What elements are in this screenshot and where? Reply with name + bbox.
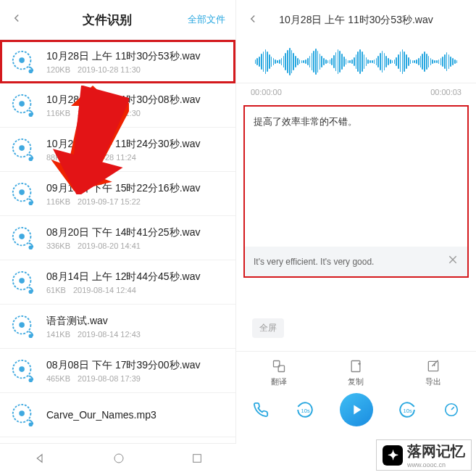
- audio-icon: [10, 358, 36, 384]
- file-name: 09月17日 下午 15时22分16秒.wav: [46, 182, 225, 195]
- file-size: 141KB: [46, 330, 70, 339]
- file-name: Carve_Our_Names.mp3: [46, 409, 225, 421]
- phone-button[interactable]: [251, 400, 271, 420]
- file-name: 08月14日 上午 12时44分45秒.wav: [46, 270, 225, 284]
- detail-title: 10月28日 上午 11时30分53秒.wav: [262, 14, 466, 27]
- svg-point-5: [29, 112, 33, 117]
- file-row[interactable]: 08月20日 下午 14时41分25秒.wav336KB2019-08-20 1…: [0, 216, 235, 260]
- export-icon: [426, 359, 440, 373]
- time-end: 00:00:03: [430, 88, 462, 96]
- transcription-box: 提高了效率非常的不错。 It's very efficient. It's ve…: [243, 105, 469, 278]
- svg-point-25: [19, 410, 25, 416]
- file-name: 10月28日 上午 11时30分53秒.wav: [46, 50, 225, 63]
- file-row[interactable]: 10月28日 上午 11时30分08秒.wav116KB2019-10-28 1…: [0, 83, 235, 128]
- play-button[interactable]: [340, 393, 373, 426]
- svg-point-10: [19, 189, 25, 195]
- file-row[interactable]: 09月17日 下午 15时22分16秒.wav116KB2019-09-17 1…: [0, 172, 235, 216]
- back-button[interactable]: [246, 12, 262, 28]
- svg-point-19: [19, 322, 25, 328]
- file-list: 10月28日 上午 11时30分53秒.wav 120KB2019-10-28 …: [0, 40, 235, 475]
- svg-rect-34: [352, 361, 361, 372]
- file-row[interactable]: 08月08日 下午 17时39分00秒.wav465KB2019-08-08 1…: [0, 349, 235, 393]
- svg-point-20: [29, 334, 33, 338]
- watermark-url: www.oooc.cn: [407, 461, 465, 468]
- nav-home-button[interactable]: [113, 453, 125, 467]
- file-time: 2019-08-08 17:39: [78, 374, 141, 383]
- svg-point-7: [19, 145, 25, 151]
- file-time: 2019-08-14 12:44: [73, 286, 136, 294]
- translate-button[interactable]: 翻译: [250, 359, 308, 387]
- audio-icon: [10, 313, 36, 339]
- action-label: 导出: [425, 376, 441, 387]
- time-start: 00:00:00: [251, 88, 282, 96]
- chevron-left-icon: [10, 12, 23, 25]
- file-name: 10月28日 上午 11时30分08秒.wav: [46, 94, 225, 107]
- file-name: 08月08日 下午 17时39分00秒.wav: [46, 359, 225, 372]
- svg-point-26: [29, 422, 33, 426]
- square-icon: [191, 453, 203, 464]
- file-name: 语音测试.wav: [46, 315, 225, 328]
- audio-icon: [10, 181, 36, 207]
- file-size: 120KB: [46, 65, 70, 74]
- waveform[interactable]: [236, 40, 476, 83]
- file-row[interactable]: 10月28日 上午 11时24分30秒.wav88KB2019-10-28 11…: [0, 128, 235, 172]
- file-row[interactable]: 语音测试.wav141KB2019-08-14 12:43: [0, 305, 235, 349]
- nav-back-button[interactable]: [33, 452, 46, 468]
- file-time: 2019-10-28 11:30: [78, 65, 141, 74]
- svg-point-14: [29, 245, 33, 249]
- file-time: 2019-10-28 11:24: [73, 153, 136, 162]
- translate-icon: [272, 359, 286, 373]
- export-button[interactable]: 导出: [404, 359, 462, 387]
- svg-marker-27: [37, 454, 42, 462]
- svg-point-13: [19, 234, 25, 239]
- watermark: ✦ 落网记忆 www.oooc.cn: [376, 439, 472, 471]
- svg-line-38: [434, 360, 438, 364]
- watermark-logo-icon: ✦: [383, 445, 403, 466]
- audio-icon: [10, 49, 36, 75]
- svg-point-16: [19, 278, 25, 284]
- audio-icon: [10, 92, 36, 118]
- original-text[interactable]: 提高了效率非常的不错。: [245, 107, 467, 247]
- close-translation-button[interactable]: [447, 254, 459, 269]
- file-row[interactable]: 10月28日 上午 11时30分53秒.wav 120KB2019-10-28 …: [0, 40, 235, 83]
- svg-text:10s: 10s: [403, 408, 412, 414]
- audio-icon: [10, 402, 36, 428]
- svg-point-23: [29, 378, 33, 382]
- close-icon: [447, 254, 459, 265]
- svg-point-11: [29, 201, 33, 205]
- file-time: 2019-09-17 15:22: [78, 197, 141, 206]
- file-name: 10月28日 上午 11时24分30秒.wav: [46, 138, 225, 151]
- svg-point-17: [29, 289, 33, 294]
- audio-icon: [10, 269, 36, 295]
- page-title: 文件识别: [83, 12, 132, 28]
- file-row[interactable]: 08月14日 上午 12时44分45秒.wav61KB2019-08-14 12…: [0, 260, 235, 305]
- file-size: 116KB: [46, 109, 70, 117]
- rewind-icon: 10s: [296, 400, 314, 419]
- circle-icon: [113, 453, 125, 464]
- file-name: 08月20日 下午 14时41分25秒.wav: [46, 226, 225, 239]
- svg-point-2: [29, 69, 33, 73]
- file-size: 336KB: [46, 241, 70, 250]
- svg-point-1: [19, 57, 25, 63]
- forward-10s-button[interactable]: 10s: [397, 400, 417, 420]
- copy-button[interactable]: 复制: [327, 359, 385, 387]
- rewind-10s-button[interactable]: 10s: [295, 400, 315, 420]
- file-size: 61KB: [46, 286, 66, 294]
- fullscreen-button[interactable]: 全屏: [252, 318, 284, 338]
- file-time: 2019-08-20 14:41: [78, 241, 141, 250]
- back-button[interactable]: [10, 12, 26, 28]
- file-size: 88KB: [46, 153, 66, 162]
- svg-point-8: [29, 157, 33, 161]
- svg-point-22: [19, 366, 25, 372]
- svg-rect-29: [193, 454, 201, 462]
- speed-button[interactable]: [441, 400, 462, 420]
- file-size: 116KB: [46, 197, 70, 206]
- triangle-left-icon: [33, 452, 46, 465]
- chevron-left-icon: [246, 12, 259, 25]
- action-label: 翻译: [271, 376, 287, 387]
- all-files-link[interactable]: 全部文件: [188, 13, 225, 26]
- forward-icon: 10s: [398, 400, 417, 419]
- nav-recent-button[interactable]: [191, 453, 203, 467]
- audio-icon: [10, 225, 36, 251]
- file-row[interactable]: Carve_Our_Names.mp3: [0, 393, 235, 437]
